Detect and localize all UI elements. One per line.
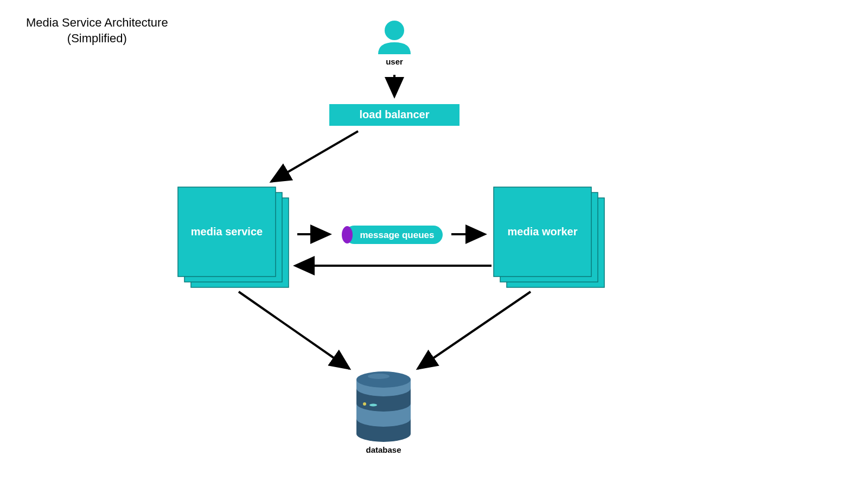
user-label: user (384, 57, 405, 66)
svg-point-6 (342, 226, 353, 243)
svg-point-19 (368, 374, 390, 379)
user-icon (378, 21, 411, 54)
svg-point-1 (385, 21, 404, 40)
media-service-label: media service (178, 226, 276, 238)
message-queues-label: message queues (352, 230, 443, 241)
arrow-service-to-db (239, 292, 349, 369)
svg-point-21 (369, 404, 377, 407)
database-icon (356, 371, 411, 442)
svg-point-20 (363, 402, 366, 406)
load-balancer-label: load balancer (329, 108, 459, 121)
architecture-diagram (0, 0, 868, 488)
database-label: database (365, 445, 403, 454)
svg-point-18 (356, 371, 411, 388)
media-worker-label: media worker (494, 226, 591, 238)
arrow-lb-to-service (271, 131, 358, 182)
arrow-worker-to-db (418, 292, 531, 369)
